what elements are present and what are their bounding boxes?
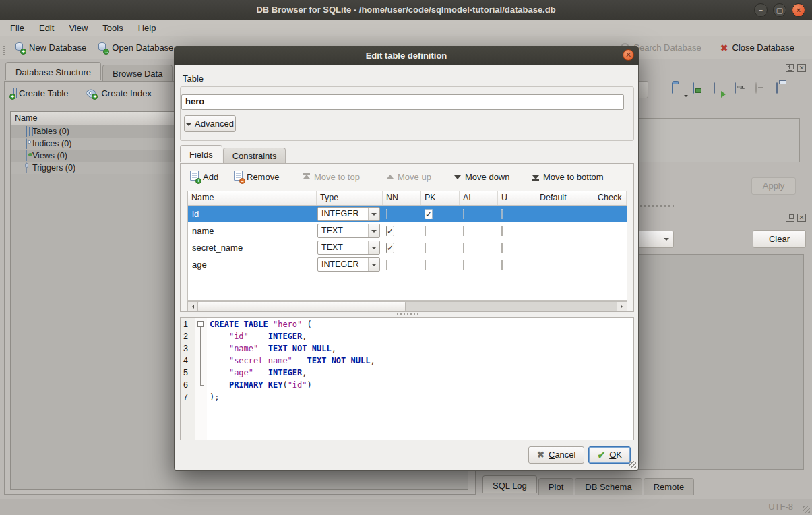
grid-header-row[interactable]: NameTypeNNPKAIUDefaultCheck: [188, 191, 627, 206]
text-block-icon[interactable]: [651, 83, 664, 96]
sql-splitter-handle[interactable]: [397, 313, 420, 315]
dialog-resize-grip[interactable]: [629, 461, 636, 468]
dock-close-icon[interactable]: ✕: [797, 214, 806, 222]
field-name-cell[interactable]: age: [188, 260, 317, 270]
field-name-cell[interactable]: secret_name: [188, 243, 317, 253]
remove-cell-icon[interactable]: [755, 83, 769, 96]
menu-view[interactable]: View: [61, 22, 95, 34]
remove-button[interactable]: –Remove: [234, 168, 279, 185]
horizontal-scrollbar[interactable]: [187, 301, 627, 311]
menu-help[interactable]: Help: [131, 22, 164, 34]
pk-checkbox[interactable]: ✓: [425, 209, 433, 219]
open-file-icon[interactable]: [672, 83, 685, 96]
chevron-down-icon[interactable]: [368, 241, 379, 254]
field-row-secret_name[interactable]: secret_nameTEXT✓: [188, 239, 627, 256]
scroll-right-icon[interactable]: [617, 302, 627, 311]
toolbar-grip[interactable]: [3, 40, 5, 56]
scroll-left-icon[interactable]: [188, 302, 198, 311]
export-icon[interactable]: [714, 83, 727, 96]
chevron-down-icon[interactable]: [368, 208, 379, 220]
open-database-button[interactable]: → Open Database: [92, 40, 179, 56]
field-name-cell[interactable]: name: [188, 226, 317, 236]
chevron-down-icon[interactable]: [368, 258, 379, 271]
column-header-ai[interactable]: AI: [460, 191, 498, 205]
column-header-nn[interactable]: NN: [383, 191, 421, 205]
tab-constraints[interactable]: Constraints: [223, 148, 286, 164]
dialog-titlebar[interactable]: Edit table definition ✕: [174, 46, 639, 65]
fold-collapse-icon[interactable]: [197, 321, 204, 327]
link-icon[interactable]: [735, 83, 748, 96]
chevron-down-icon[interactable]: [368, 224, 379, 237]
u-checkbox[interactable]: [501, 226, 503, 236]
field-row-id[interactable]: idINTEGER✓: [188, 206, 627, 222]
field-row-age[interactable]: ageINTEGER: [188, 256, 627, 273]
u-checkbox[interactable]: [501, 243, 503, 253]
column-header-pk[interactable]: PK: [421, 191, 460, 205]
create-index-button[interactable]: + Create Index: [86, 88, 151, 98]
ai-checkbox[interactable]: [463, 226, 464, 236]
nn-checkbox[interactable]: ✓: [386, 226, 394, 236]
menu-edit[interactable]: Edit: [32, 22, 61, 34]
column-header-check[interactable]: Check: [594, 191, 627, 205]
column-header-type[interactable]: Type: [317, 191, 383, 205]
tab-database-structure[interactable]: Database Structure: [5, 62, 101, 80]
minimize-icon[interactable]: −: [754, 3, 768, 17]
fold-gutter[interactable]: [195, 391, 207, 403]
fold-gutter[interactable]: [195, 379, 207, 391]
type-combo[interactable]: INTEGER: [317, 258, 380, 272]
encoding-indicator[interactable]: UTF-8: [768, 502, 793, 512]
fold-gutter[interactable]: [195, 318, 207, 330]
ai-checkbox[interactable]: [463, 243, 464, 253]
tab-remote[interactable]: Remote: [644, 478, 695, 495]
ai-checkbox[interactable]: [463, 209, 464, 219]
table-name-input[interactable]: hero: [181, 94, 624, 110]
tab-browse-data[interactable]: Browse Data: [102, 65, 173, 82]
print-icon[interactable]: [776, 83, 790, 96]
type-combo[interactable]: INTEGER: [317, 207, 380, 221]
dock-close-icon[interactable]: ✕: [797, 64, 806, 72]
column-header-u[interactable]: U: [498, 191, 536, 205]
new-database-button[interactable]: + New Database: [9, 40, 92, 56]
fold-gutter[interactable]: [195, 355, 207, 367]
ai-checkbox[interactable]: [463, 260, 464, 270]
fold-gutter[interactable]: [195, 367, 207, 379]
add-button[interactable]: +Add: [190, 168, 218, 185]
column-header-default[interactable]: Default: [536, 191, 594, 205]
dialog-close-icon[interactable]: ✕: [623, 49, 634, 61]
maximize-icon[interactable]: ▢: [773, 3, 786, 17]
pk-checkbox[interactable]: [425, 243, 426, 253]
ok-button[interactable]: ✔ OK: [588, 446, 631, 464]
cancel-button[interactable]: ✖ Cancel: [528, 446, 584, 464]
tab-sql-log[interactable]: SQL Log: [482, 475, 537, 493]
resize-grip[interactable]: [803, 506, 810, 513]
create-table-button[interactable]: + Create Table: [13, 88, 68, 98]
nn-checkbox[interactable]: [386, 209, 387, 219]
fold-gutter[interactable]: [195, 330, 207, 342]
save-file-icon[interactable]: [693, 83, 706, 96]
u-checkbox[interactable]: [501, 260, 503, 270]
advanced-button[interactable]: Advanced: [184, 115, 236, 132]
close-icon[interactable]: ×: [792, 3, 805, 17]
fold-gutter[interactable]: [195, 342, 207, 355]
sql-preview[interactable]: 1CREATE TABLE "hero" (2 "id" INTEGER,3 "…: [180, 317, 634, 440]
field-row-name[interactable]: nameTEXT✓: [188, 222, 627, 239]
pk-checkbox[interactable]: [425, 226, 426, 236]
move-to-bottom-button[interactable]: Move to bottom: [532, 168, 604, 185]
tab-fields[interactable]: Fields: [180, 145, 222, 162]
tab-db-schema[interactable]: DB Schema: [575, 478, 642, 495]
menu-file[interactable]: File: [3, 22, 32, 34]
clear-button[interactable]: Clear: [753, 230, 806, 248]
window-titlebar[interactable]: DB Browser for SQLite - /home/user/code/…: [0, 0, 812, 20]
nn-checkbox[interactable]: [386, 260, 387, 270]
nn-checkbox[interactable]: ✓: [386, 243, 394, 253]
move-down-button[interactable]: Move down: [454, 168, 509, 185]
u-checkbox[interactable]: [501, 209, 503, 219]
field-name-cell[interactable]: id: [188, 209, 317, 219]
column-header-name[interactable]: Name: [188, 191, 317, 205]
dock-float-icon[interactable]: [786, 64, 794, 72]
pk-checkbox[interactable]: [425, 260, 426, 270]
type-combo[interactable]: TEXT: [317, 241, 380, 255]
close-database-button[interactable]: ✖ Close Database: [715, 40, 800, 56]
tab-plot[interactable]: Plot: [538, 478, 573, 495]
scrollbar-thumb[interactable]: [198, 302, 406, 311]
